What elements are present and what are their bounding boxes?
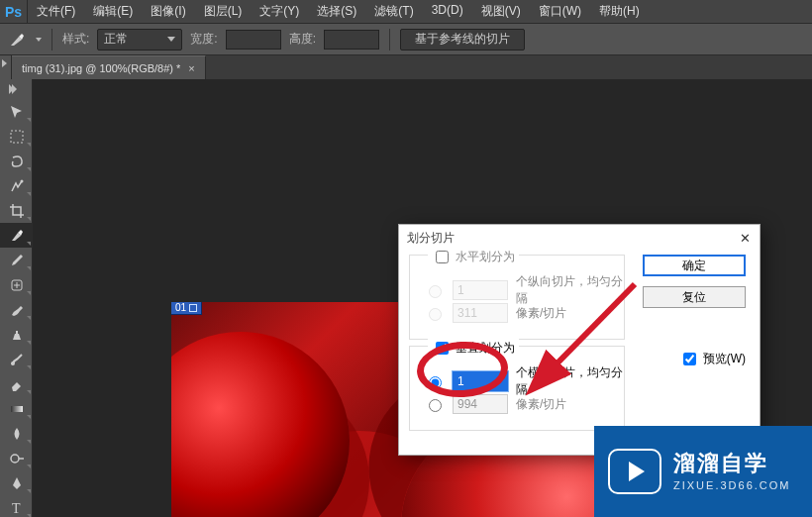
menu-3d[interactable]: 3D(D) [423, 0, 472, 24]
photoshop-logo: Ps [0, 0, 28, 24]
options-bar: 样式: 正常 宽度: 高度: 基于参考线的切片 [0, 24, 812, 55]
submenu-mark-icon [27, 316, 31, 320]
document-tab[interactable]: timg (31).jpg @ 100%(RGB/8#) * × [12, 55, 206, 79]
submenu-mark-icon [27, 192, 31, 196]
menu-file[interactable]: 文件(F) [28, 0, 84, 24]
preview-label: 预览(W) [703, 351, 746, 367]
menu-items: 文件(F) 编辑(E) 图像(I) 图层(L) 文字(Y) 选择(S) 滤镜(T… [28, 0, 649, 24]
slice-number: 01 [175, 302, 186, 314]
lasso-tool[interactable] [0, 149, 33, 173]
slice-tool-icon [6, 29, 28, 51]
submenu-mark-icon [27, 365, 31, 369]
chevron-down-icon [167, 37, 175, 42]
submenu-mark-icon [27, 465, 31, 468]
svg-point-1 [20, 179, 23, 182]
v-radio-even[interactable] [429, 376, 442, 389]
submenu-mark-icon [27, 118, 31, 122]
tool-preset-picker[interactable] [36, 38, 42, 42]
preview-check[interactable]: 预览(W) [679, 350, 746, 368]
blur-tool[interactable] [0, 421, 33, 446]
h-radio-px[interactable] [429, 308, 442, 321]
quick-select-tool[interactable] [0, 173, 33, 198]
menu-edit[interactable]: 编辑(E) [84, 0, 142, 24]
style-label: 样式: [62, 31, 89, 48]
check-vertical-label: 垂直划分为 [456, 340, 515, 357]
submenu-mark-icon [27, 415, 31, 419]
submenu-mark-icon [27, 489, 31, 493]
menu-type[interactable]: 文字(Y) [251, 0, 308, 24]
slice-type-icon [189, 304, 197, 312]
eraser-tool[interactable] [0, 371, 33, 396]
v-radio-px[interactable] [429, 399, 442, 412]
menu-view[interactable]: 视图(V) [472, 0, 530, 24]
submenu-mark-icon [27, 242, 31, 246]
brand-big: 溜溜自学 [673, 452, 790, 475]
h-row-px[interactable]: 像素/切片 [424, 303, 566, 323]
group-vertical: 垂直划分为 个横向切片，均匀分隔 像素/切片 [409, 346, 625, 431]
height-field[interactable] [324, 30, 379, 50]
check-horizontal-label: 水平划分为 [456, 249, 515, 265]
v-even-label: 个横向切片，均匀分隔 [516, 364, 624, 398]
close-icon[interactable]: × [188, 62, 194, 74]
toolbox-collapse-icon[interactable] [9, 83, 23, 97]
submenu-mark-icon [27, 143, 31, 147]
h-px-value[interactable] [453, 303, 508, 323]
svg-rect-4 [11, 406, 23, 412]
brush-tool[interactable] [0, 297, 33, 322]
menu-bar: Ps 文件(F) 编辑(E) 图像(I) 图层(L) 文字(Y) 选择(S) 滤… [0, 0, 812, 24]
slice-tool[interactable] [0, 223, 33, 248]
v-row-px[interactable]: 像素/切片 [424, 394, 566, 414]
dodge-tool[interactable] [0, 446, 33, 470]
expand-caret-icon[interactable] [2, 59, 7, 67]
pen-tool[interactable] [0, 470, 33, 495]
type-tool[interactable]: T [0, 495, 33, 517]
separator [389, 29, 390, 51]
dialog-buttons: 确定 复位 [643, 255, 746, 308]
h-even-value[interactable] [453, 280, 508, 300]
close-icon[interactable]: ✕ [738, 231, 752, 245]
menu-help[interactable]: 帮助(H) [590, 0, 649, 24]
history-brush-tool[interactable] [0, 347, 33, 371]
check-vertical-input[interactable] [436, 342, 449, 355]
menu-select[interactable]: 选择(S) [308, 0, 365, 24]
eyedropper-tool[interactable] [0, 248, 33, 272]
menu-filter[interactable]: 滤镜(T) [365, 0, 422, 24]
brand-small: ZIXUE.3D66.COM [673, 479, 790, 491]
divide-slice-dialog: 划分切片 ✕ 水平划分为 个纵向切片，均匀分隔 像素/切片 [398, 224, 761, 456]
svg-point-3 [11, 362, 15, 365]
marquee-tool[interactable] [0, 124, 33, 149]
submenu-mark-icon [27, 266, 31, 270]
document-tab-bar: timg (31).jpg @ 100%(RGB/8#) * × [12, 55, 812, 79]
width-field[interactable] [226, 30, 281, 50]
check-horizontal[interactable]: 水平划分为 [428, 248, 519, 266]
menu-image[interactable]: 图像(I) [142, 0, 194, 24]
clone-tool[interactable] [0, 322, 33, 347]
check-horizontal-input[interactable] [436, 251, 449, 263]
v-row-even[interactable]: 个横向切片，均匀分隔 [424, 364, 624, 398]
slice-badge[interactable]: 01 [171, 302, 202, 315]
gradient-tool[interactable] [0, 396, 33, 421]
check-vertical[interactable]: 垂直划分为 [428, 339, 519, 358]
reset-button[interactable]: 复位 [643, 286, 746, 308]
crop-tool[interactable] [0, 198, 33, 223]
submenu-mark-icon [27, 390, 31, 394]
submenu-mark-icon [27, 341, 31, 345]
height-label: 高度: [289, 31, 316, 48]
separator [51, 29, 52, 51]
ok-button[interactable]: 确定 [643, 255, 746, 276]
h-radio-even[interactable] [429, 285, 442, 298]
svg-rect-0 [11, 131, 23, 143]
style-value: 正常 [104, 31, 128, 48]
v-even-value[interactable] [453, 371, 508, 391]
preview-check-input[interactable] [683, 353, 696, 365]
slices-from-guides-button[interactable]: 基于参考线的切片 [400, 29, 525, 51]
h-row-even[interactable]: 个纵向切片，均匀分隔 [424, 273, 624, 307]
v-px-value[interactable] [453, 394, 508, 414]
healing-tool[interactable] [0, 272, 33, 297]
menu-layer[interactable]: 图层(L) [195, 0, 252, 24]
submenu-mark-icon [27, 217, 31, 221]
submenu-mark-icon [27, 167, 31, 171]
style-dropdown[interactable]: 正常 [97, 29, 182, 51]
move-tool[interactable] [0, 99, 33, 124]
menu-window[interactable]: 窗口(W) [530, 0, 590, 24]
